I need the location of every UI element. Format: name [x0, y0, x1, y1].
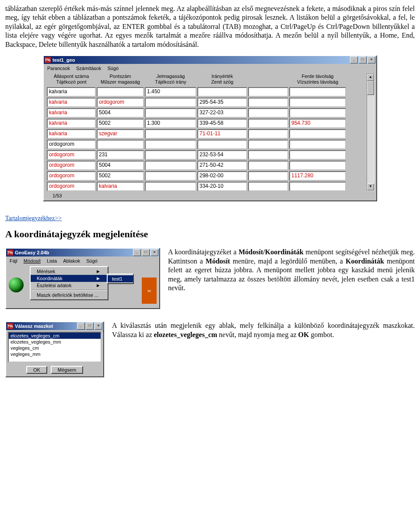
- cell[interactable]: 5004: [97, 161, 144, 170]
- cell[interactable]: 954.730: [289, 119, 346, 128]
- cell[interactable]: ordogorom: [47, 171, 96, 181]
- close-button[interactable]: ×: [368, 56, 375, 63]
- cell[interactable]: [289, 140, 346, 149]
- maximize-button[interactable]: □: [86, 323, 94, 330]
- cell[interactable]: kalvaria: [97, 182, 144, 191]
- titlebar[interactable]: 7% Válassz maszkot _ □ ×: [6, 322, 103, 330]
- cell[interactable]: [248, 150, 288, 160]
- titlebar[interactable]: 7% GeoEasy 2.04b _ □ ×: [6, 249, 159, 257]
- cell[interactable]: 295-54-35: [197, 98, 247, 107]
- menu-sugo[interactable]: Súgó: [86, 258, 98, 264]
- cell[interactable]: kalvaria: [47, 87, 96, 97]
- cell[interactable]: [145, 171, 196, 181]
- dropdown-item-meresek[interactable]: Mérések▶: [31, 268, 108, 275]
- cell[interactable]: [289, 182, 346, 191]
- cell[interactable]: [145, 108, 196, 118]
- cell[interactable]: 1117.280: [289, 171, 346, 181]
- minimize-button[interactable]: _: [133, 249, 141, 256]
- menu-sugo[interactable]: Súgó: [107, 66, 119, 71]
- cell[interactable]: kalvaria: [47, 98, 96, 107]
- scroll-down-icon[interactable]: ▼: [367, 183, 374, 190]
- cell[interactable]: [145, 150, 196, 160]
- cell[interactable]: [145, 98, 196, 107]
- cell[interactable]: 231: [97, 150, 144, 160]
- list-item[interactable]: elozetes_vegleges_cm: [9, 333, 101, 339]
- table-row: ordogoromkalvaria334-20-10: [44, 181, 367, 192]
- cell[interactable]: [289, 108, 346, 118]
- cell[interactable]: 1.300: [145, 119, 196, 128]
- cancel-button[interactable]: Mégsem: [51, 366, 83, 374]
- cell[interactable]: [248, 129, 288, 139]
- menu-modosit[interactable]: Módosít: [24, 258, 41, 264]
- list-item[interactable]: vegleges_mm: [9, 351, 101, 357]
- cell[interactable]: [145, 129, 196, 139]
- minimize-button[interactable]: _: [350, 56, 358, 63]
- cell[interactable]: [248, 87, 288, 97]
- cell[interactable]: kalvaria: [47, 129, 96, 139]
- column-headers: Álláspont számaTájékozó pont PontszámMűs…: [44, 73, 367, 86]
- menu-parancsok[interactable]: Parancsok: [47, 66, 70, 71]
- cell[interactable]: 232-53-54: [197, 150, 247, 160]
- cell[interactable]: [145, 161, 196, 170]
- cell[interactable]: [145, 182, 196, 191]
- cell[interactable]: [97, 140, 144, 149]
- cell[interactable]: [197, 87, 247, 97]
- cell[interactable]: 339-45-58: [197, 119, 247, 128]
- cell[interactable]: [248, 98, 288, 107]
- dropdown-item-eszlelesi[interactable]: Észlelési adatok▶: [31, 282, 108, 289]
- cell[interactable]: [145, 140, 196, 149]
- cell[interactable]: [289, 150, 346, 160]
- cell[interactable]: [248, 108, 288, 118]
- close-button[interactable]: ×: [150, 249, 158, 256]
- cell[interactable]: ordogorom: [47, 161, 96, 170]
- cell[interactable]: ordogorom: [47, 150, 96, 160]
- cell[interactable]: 5002: [97, 171, 144, 181]
- cell[interactable]: [197, 140, 247, 149]
- cell[interactable]: 271-50-42: [197, 161, 247, 170]
- cell[interactable]: 71-01-11: [197, 129, 247, 139]
- cell[interactable]: [248, 182, 288, 191]
- vertical-scrollbar[interactable]: ▲ ▼: [367, 74, 374, 190]
- titlebar[interactable]: 7% test1_geo _ □ ×: [44, 56, 376, 64]
- cell[interactable]: [97, 87, 144, 97]
- cell[interactable]: kalvaria: [47, 119, 96, 128]
- minimize-button[interactable]: _: [77, 323, 85, 330]
- cell[interactable]: ordogorom: [97, 98, 144, 107]
- cell[interactable]: ordogorom: [47, 182, 96, 191]
- close-button[interactable]: ×: [94, 323, 102, 330]
- cell[interactable]: [289, 98, 346, 107]
- cell[interactable]: 5002: [97, 119, 144, 128]
- list-item[interactable]: vegleges_cm: [9, 345, 101, 351]
- cell[interactable]: [289, 87, 346, 97]
- maximize-button[interactable]: □: [142, 249, 150, 256]
- cell[interactable]: [248, 140, 288, 149]
- submenu-item-test1[interactable]: test1: [108, 275, 133, 282]
- toc-link[interactable]: Tartalomjegyzékhez>>: [5, 215, 62, 221]
- dropdown-item-maszk[interactable]: Maszk definíciók betöltése ...: [31, 292, 108, 299]
- cell[interactable]: szegvar: [97, 129, 144, 139]
- paragraph-koordinata: A koordinátajegyzéket a Módosít/Koordiná…: [168, 248, 415, 292]
- menu-fajl[interactable]: Fájl: [10, 258, 18, 264]
- menu-szamitasok[interactable]: Számítások: [76, 66, 101, 71]
- scroll-thumb[interactable]: [367, 81, 374, 95]
- menu-lista[interactable]: Lista: [47, 258, 57, 264]
- maximize-button[interactable]: □: [359, 56, 367, 63]
- dropdown-item-koordinatak[interactable]: Koordináták▶: [31, 275, 108, 282]
- list-item[interactable]: elozetes_vegleges_mm: [9, 339, 101, 345]
- cell[interactable]: [248, 119, 288, 128]
- cell[interactable]: [248, 161, 288, 170]
- cell[interactable]: 334-20-10: [197, 182, 247, 191]
- menu-ablakok[interactable]: Ablakok: [63, 258, 80, 264]
- cell[interactable]: 5004: [97, 108, 144, 118]
- cell[interactable]: ordogorom: [47, 140, 96, 149]
- cell[interactable]: [289, 161, 346, 170]
- cell[interactable]: [248, 171, 288, 181]
- mask-listbox[interactable]: elozetes_vegleges_cm elozetes_vegleges_m…: [8, 332, 102, 362]
- cell[interactable]: 1.450: [145, 87, 196, 97]
- ok-button[interactable]: OK: [26, 366, 47, 374]
- cell[interactable]: 298-02-00: [197, 171, 247, 181]
- cell[interactable]: [289, 129, 346, 139]
- scroll-up-icon[interactable]: ▲: [367, 74, 374, 81]
- cell[interactable]: kalvaria: [47, 108, 96, 118]
- cell[interactable]: 327-22-03: [197, 108, 247, 118]
